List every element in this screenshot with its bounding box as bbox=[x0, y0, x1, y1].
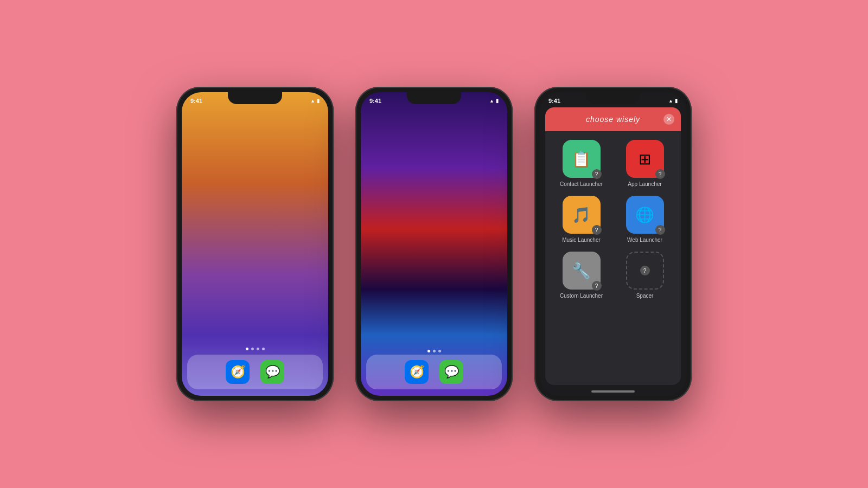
music-launcher-icon: 🎵 ? bbox=[563, 196, 601, 234]
home-indicator bbox=[591, 390, 635, 393]
app-launcher-item[interactable]: ⊞ ? App Launcher bbox=[617, 140, 672, 187]
sheet-title: choose wisely bbox=[586, 115, 640, 124]
contact-launcher-icon: 📋 ? bbox=[563, 140, 601, 178]
custom-launcher-item[interactable]: 🔧 ? Custom Launcher bbox=[554, 252, 609, 299]
status-time-1: 9:41 bbox=[190, 98, 202, 104]
web-launcher-badge: ? bbox=[655, 225, 665, 235]
notch-3 bbox=[586, 92, 640, 104]
web-launcher-emoji: 🌐 bbox=[635, 206, 654, 224]
music-launcher-label: Music Launcher bbox=[562, 237, 601, 243]
dot-3 bbox=[257, 348, 259, 350]
sheet-header: choose wisely ✕ bbox=[545, 107, 681, 131]
web-launcher-label: Web Launcher bbox=[627, 237, 662, 243]
sheet-close-button[interactable]: ✕ bbox=[663, 114, 674, 125]
phone-3-screen: 9:41 ▲ ▮ choose wisely ✕ 📋 ? Contact Lau… bbox=[540, 92, 686, 396]
dot2-2 bbox=[433, 350, 436, 352]
app-launcher-badge: ? bbox=[655, 169, 665, 179]
notch-2 bbox=[407, 92, 461, 104]
music-launcher-emoji: 🎵 bbox=[572, 206, 591, 224]
spacer-badge: ? bbox=[640, 266, 650, 275]
battery-icon-3: ▮ bbox=[675, 98, 678, 104]
app-launcher-emoji: ⊞ bbox=[639, 150, 651, 168]
dock-2: 🧭 💬 bbox=[366, 355, 502, 389]
custom-launcher-emoji: 🔧 bbox=[572, 262, 591, 280]
battery-icon: ▮ bbox=[317, 98, 320, 104]
custom-launcher-label: Custom Launcher bbox=[560, 293, 603, 299]
status-icons-3: ▲ ▮ bbox=[668, 98, 678, 104]
music-launcher-badge: ? bbox=[592, 225, 602, 235]
phone-1-bg bbox=[182, 92, 328, 396]
app-launcher-label: App Launcher bbox=[628, 181, 661, 187]
music-launcher-item[interactable]: 🎵 ? Music Launcher bbox=[554, 196, 609, 243]
phone-1-screen: 9:41 ▲ ▮ 👩 Call Wife 👦 Msg Broth... 👴 F bbox=[182, 92, 328, 396]
launcher-grid: 📋 ? Contact Launcher ⊞ ? App Launcher bbox=[545, 131, 681, 307]
wifi-icon-3: ▲ bbox=[668, 98, 673, 104]
contact-launcher-emoji: 📋 bbox=[572, 150, 591, 168]
dock-messages[interactable]: 💬 bbox=[260, 360, 284, 384]
status-time-3: 9:41 bbox=[548, 98, 560, 104]
spacer-item[interactable]: ? Spacer bbox=[617, 252, 672, 299]
spacer-icon: ? bbox=[626, 252, 664, 290]
phone-2: 9:41 ▲ ▮ home 🗺 Go to Work 🏠 Home 📺 bbox=[355, 87, 513, 401]
sheet: choose wisely ✕ 📋 ? Contact Launcher ⊞ ? bbox=[545, 107, 681, 385]
wifi-icon-2: ▲ bbox=[489, 98, 494, 104]
dock-1: 🧭 💬 bbox=[187, 355, 323, 389]
phone-2-screen: 9:41 ▲ ▮ home 🗺 Go to Work 🏠 Home 📺 bbox=[361, 92, 507, 396]
dot2-3 bbox=[438, 350, 441, 352]
notch-1 bbox=[228, 92, 282, 104]
contact-launcher-label: Contact Launcher bbox=[560, 181, 603, 187]
custom-launcher-icon: 🔧 ? bbox=[563, 252, 601, 290]
dock-messages-2[interactable]: 💬 bbox=[439, 360, 463, 384]
status-icons-2: ▲ ▮ bbox=[489, 98, 499, 104]
page-dots-2 bbox=[361, 350, 507, 352]
web-launcher-icon: 🌐 ? bbox=[626, 196, 664, 234]
status-icons-1: ▲ ▮ bbox=[310, 98, 320, 104]
web-launcher-item[interactable]: 🌐 ? Web Launcher bbox=[617, 196, 672, 243]
dot2-1 bbox=[427, 350, 430, 352]
wifi-icon: ▲ bbox=[310, 98, 315, 104]
phone-1: 9:41 ▲ ▮ 👩 Call Wife 👦 Msg Broth... 👴 F bbox=[176, 87, 334, 401]
dot-2 bbox=[251, 348, 254, 350]
phone-3: 9:41 ▲ ▮ choose wisely ✕ 📋 ? Contact Lau… bbox=[534, 87, 692, 401]
page-dots-1 bbox=[182, 348, 328, 350]
status-time-2: 9:41 bbox=[369, 98, 381, 104]
custom-launcher-badge: ? bbox=[592, 281, 602, 291]
contact-launcher-badge: ? bbox=[592, 169, 602, 179]
dot-4 bbox=[262, 348, 265, 350]
spacer-label: Spacer bbox=[636, 293, 654, 299]
app-launcher-icon: ⊞ ? bbox=[626, 140, 664, 178]
dot-1 bbox=[246, 348, 248, 350]
dock-safari-2[interactable]: 🧭 bbox=[405, 360, 429, 384]
dock-safari[interactable]: 🧭 bbox=[226, 360, 250, 384]
battery-icon-2: ▮ bbox=[496, 98, 499, 104]
contact-launcher-item[interactable]: 📋 ? Contact Launcher bbox=[554, 140, 609, 187]
